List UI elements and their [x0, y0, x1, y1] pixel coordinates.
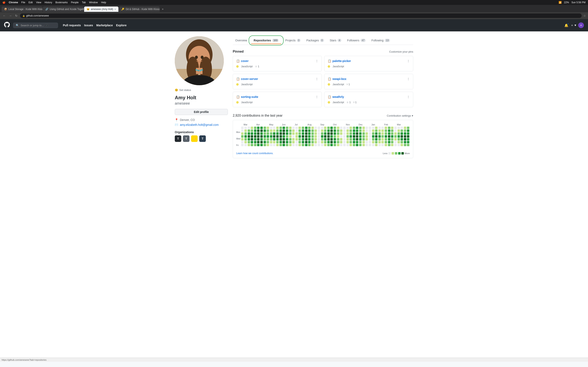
contrib-cell[interactable] [388, 129, 390, 132]
contrib-cell[interactable] [260, 141, 263, 143]
tab-stars[interactable]: Stars 4 [327, 37, 344, 44]
contrib-cell[interactable] [257, 144, 259, 146]
contrib-cell[interactable] [375, 127, 378, 129]
contrib-cell[interactable] [375, 129, 378, 132]
contrib-cell[interactable] [324, 132, 327, 135]
contrib-cell[interactable] [356, 129, 358, 132]
contrib-cell[interactable] [289, 132, 292, 135]
contrib-cell[interactable] [388, 127, 390, 129]
tab-git-github[interactable]: 🔑 Git & GitHub - Kode With Klossy ✕ [119, 7, 160, 12]
contrib-cell[interactable] [381, 127, 384, 129]
contrib-cell[interactable] [264, 138, 266, 141]
repo-menu-icon[interactable]: ⋮ [315, 77, 318, 81]
contrib-cell[interactable] [264, 132, 266, 135]
tab-repositories[interactable]: Repositories 103 [251, 37, 281, 44]
contrib-cell[interactable] [359, 129, 362, 132]
contrib-cell[interactable] [264, 144, 266, 146]
view-menu[interactable]: View [36, 1, 41, 4]
bookmarks-menu[interactable]: Bookmarks [56, 1, 68, 4]
org-avatar-4[interactable]: T [199, 135, 206, 142]
contrib-cell[interactable] [241, 127, 243, 129]
create-button[interactable]: ＋ ▾ [571, 23, 576, 27]
contrib-cell[interactable] [359, 138, 362, 141]
contrib-cell[interactable] [298, 138, 301, 141]
contrib-cell[interactable] [362, 141, 365, 143]
contrib-cell[interactable] [321, 127, 323, 129]
contrib-cell[interactable] [391, 141, 393, 143]
contrib-cell[interactable] [276, 127, 279, 129]
contrib-cell[interactable] [251, 132, 253, 135]
contrib-cell[interactable] [385, 144, 387, 146]
contrib-cell[interactable] [273, 129, 276, 132]
reload-button[interactable]: ↻ [14, 14, 18, 18]
contrib-cell[interactable] [337, 138, 339, 141]
contrib-cell[interactable] [305, 132, 307, 135]
apple-menu[interactable]: 🍎 [2, 1, 6, 4]
contrib-cell[interactable] [327, 127, 330, 129]
tab-menu[interactable]: Tab [82, 1, 86, 4]
contrib-cell[interactable] [254, 144, 256, 146]
contrib-cell[interactable] [369, 132, 371, 135]
contrib-cell[interactable] [248, 132, 250, 135]
contrib-cell[interactable] [260, 138, 263, 141]
contrib-cell[interactable] [385, 129, 387, 132]
new-tab-button[interactable]: ＋ [160, 6, 165, 12]
contrib-cell[interactable] [257, 138, 259, 141]
contrib-cell[interactable] [241, 132, 243, 135]
contrib-cell[interactable] [257, 132, 259, 135]
contrib-cell[interactable] [318, 141, 320, 143]
people-menu[interactable]: People [71, 1, 79, 4]
contrib-cell[interactable] [248, 127, 250, 129]
contrib-cell[interactable] [295, 138, 298, 141]
contrib-cell[interactable] [260, 129, 263, 132]
contrib-cell[interactable] [343, 138, 346, 141]
contrib-cell[interactable] [356, 141, 358, 143]
contrib-cell[interactable] [337, 135, 339, 138]
contrib-cell[interactable] [279, 144, 282, 146]
contrib-cell[interactable] [375, 138, 378, 141]
contrib-cell[interactable] [270, 144, 272, 146]
tab-projects[interactable]: Projects 0 [283, 37, 303, 44]
contrib-cell[interactable] [318, 132, 320, 135]
contrib-cell[interactable] [308, 132, 311, 135]
contrib-cell[interactable] [324, 129, 327, 132]
contrib-cell[interactable] [302, 144, 304, 146]
contrib-cell[interactable] [324, 144, 327, 146]
contrib-cell[interactable] [346, 135, 349, 138]
contrib-cell[interactable] [404, 132, 406, 135]
user-avatar-menu[interactable]: A [578, 22, 584, 28]
contrib-cell[interactable] [260, 132, 263, 135]
contrib-cell[interactable] [337, 144, 339, 146]
contrib-cell[interactable] [308, 141, 311, 143]
contrib-cell[interactable] [350, 141, 352, 143]
contrib-cell[interactable] [350, 127, 352, 129]
contrib-cell[interactable] [398, 127, 400, 129]
contrib-cell[interactable] [398, 141, 400, 143]
contrib-cell[interactable] [283, 129, 285, 132]
contrib-cell[interactable] [407, 144, 409, 146]
contrib-cell[interactable] [270, 129, 272, 132]
contrib-cell[interactable] [340, 127, 342, 129]
contrib-cell[interactable] [298, 144, 301, 146]
set-status-button[interactable]: 😊 Set status [175, 89, 228, 92]
repo-name-link[interactable]: sorting-suite [241, 95, 258, 99]
contrib-cell[interactable] [343, 132, 346, 135]
github-logo[interactable] [4, 22, 10, 29]
contrib-cell[interactable] [346, 141, 349, 143]
contrib-cell[interactable] [305, 141, 307, 143]
contrib-cell[interactable] [279, 135, 282, 138]
contrib-cell[interactable] [241, 138, 243, 141]
contrib-cell[interactable] [369, 138, 371, 141]
contrib-cell[interactable] [372, 129, 374, 132]
contrib-cell[interactable] [321, 132, 323, 135]
contrib-cell[interactable] [254, 141, 256, 143]
contrib-cell[interactable] [314, 132, 317, 135]
contrib-cell[interactable] [337, 127, 339, 129]
contrib-cell[interactable] [257, 141, 259, 143]
contrib-cell[interactable] [276, 132, 279, 135]
tab-packages[interactable]: Packages 0 [304, 37, 326, 44]
contrib-cell[interactable] [279, 129, 282, 132]
contrib-cell[interactable] [330, 138, 333, 141]
contrib-cell[interactable] [308, 129, 311, 132]
contrib-cell[interactable] [340, 132, 342, 135]
